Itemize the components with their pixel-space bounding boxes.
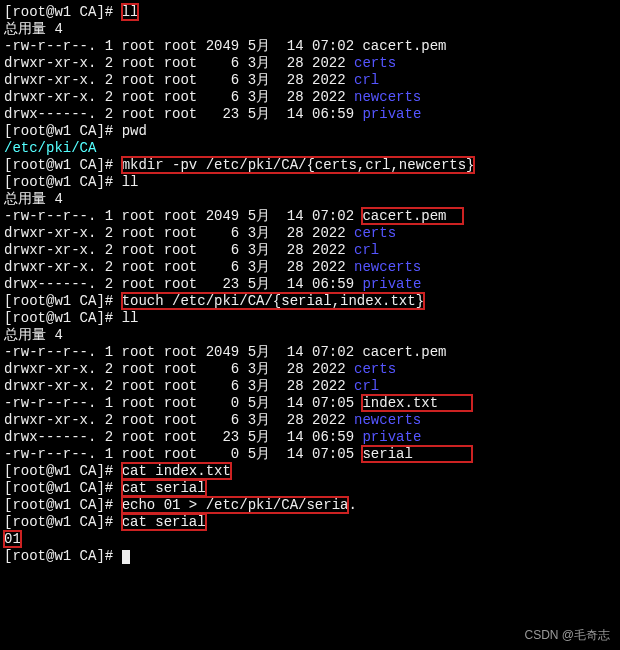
file-name: newcerts (354, 259, 421, 275)
file-name: crl (354, 242, 379, 258)
file-name: certs (354, 225, 396, 241)
shell-prompt: [root@w1 CA]# (4, 4, 122, 20)
prompt-line: [root@w1 CA]# touch /etc/pki/CA/{serial,… (4, 293, 616, 310)
shell-prompt: [root@w1 CA]# (4, 174, 122, 190)
cmd-cat-serial[interactable]: cat serial (122, 514, 206, 530)
prompt-line: [root@w1 CA]# ll (4, 4, 616, 21)
cmd-touch[interactable]: touch /etc/pki/CA/{serial,index.txt} (122, 293, 424, 309)
prompt-line: [root@w1 CA]# pwd (4, 123, 616, 140)
cmd-cat-index[interactable]: cat index.txt (122, 463, 231, 479)
prompt-line: [root@w1 CA]# echo 01 > /etc/pki/CA/seri… (4, 497, 616, 514)
file-name: private (362, 429, 421, 445)
shell-prompt: [root@w1 CA]# (4, 157, 122, 173)
file-name: newcerts (354, 89, 421, 105)
prompt-line: [root@w1 CA]# cat serial (4, 514, 616, 531)
cursor[interactable] (122, 550, 130, 564)
file-name: certs (354, 55, 396, 71)
prompt-line: [root@w1 CA]# (4, 548, 616, 565)
ls-row: drwx------. 2 root root 23 5月 14 06:59 p… (4, 429, 616, 446)
file-perms: drwxr-xr-x. 2 root root 6 3月 28 2022 (4, 55, 354, 71)
file-perms: drwx------. 2 root root 23 5月 14 06:59 (4, 276, 362, 292)
file-name: crl (354, 72, 379, 88)
file-perms: drwxr-xr-x. 2 root root 6 3月 28 2022 (4, 225, 354, 241)
file-perms: drwx------. 2 root root 23 5月 14 06:59 (4, 429, 362, 445)
command-extra: . (348, 497, 356, 513)
total-label: 总用量 4 (4, 327, 63, 343)
ls-row: drwxr-xr-x. 2 root root 6 3月 28 2022 new… (4, 412, 616, 429)
cmd-pwd[interactable]: pwd (122, 123, 147, 139)
cmd-echo-serial[interactable]: echo 01 > /etc/pki/CA/seria (122, 497, 349, 513)
prompt-line: [root@w1 CA]# cat serial (4, 480, 616, 497)
ls-row: -rw-r--r--. 1 root root 2049 5月 14 07:02… (4, 208, 616, 225)
prompt-line: [root@w1 CA]# ll (4, 174, 616, 191)
prompt-line: [root@w1 CA]# cat index.txt (4, 463, 616, 480)
file-perms: drwxr-xr-x. 2 root root 6 3月 28 2022 (4, 412, 354, 428)
file-perms: -rw-r--r--. 1 root root 2049 5月 14 07:02 (4, 38, 362, 54)
file-name: certs (354, 361, 396, 377)
shell-prompt: [root@w1 CA]# (4, 480, 122, 496)
ls-row: -rw-r--r--. 1 root root 0 5月 14 07:05 se… (4, 446, 616, 463)
serial-output: 01 (4, 531, 21, 547)
cmd-ll[interactable]: ll (122, 174, 139, 190)
shell-prompt: [root@w1 CA]# (4, 548, 122, 564)
file-perms: drwxr-xr-x. 2 root root 6 3月 28 2022 (4, 259, 354, 275)
shell-prompt: [root@w1 CA]# (4, 497, 122, 513)
ls-row: drwxr-xr-x. 2 root root 6 3月 28 2022 crl (4, 72, 616, 89)
ls-row: -rw-r--r--. 1 root root 0 5月 14 07:05 in… (4, 395, 616, 412)
ls-row: drwxr-xr-x. 2 root root 6 3月 28 2022 cer… (4, 225, 616, 242)
ls-row: drwxr-xr-x. 2 root root 6 3月 28 2022 new… (4, 89, 616, 106)
cmd-cat-serial[interactable]: cat serial (122, 480, 206, 496)
pwd-output: /etc/pki/CA (4, 140, 96, 156)
file-perms: -rw-r--r--. 1 root root 2049 5月 14 07:02 (4, 344, 362, 360)
shell-prompt: [root@w1 CA]# (4, 123, 122, 139)
ls-row: -rw-r--r--. 1 root root 2049 5月 14 07:02… (4, 344, 616, 361)
cmd-mkdir[interactable]: mkdir -pv /etc/pki/CA/{certs,crl,newcert… (122, 157, 475, 173)
ls-row: drwxr-xr-x. 2 root root 6 3月 28 2022 crl (4, 242, 616, 259)
file-perms: drwxr-xr-x. 2 root root 6 3月 28 2022 (4, 72, 354, 88)
file-perms: drwx------. 2 root root 23 5月 14 06:59 (4, 106, 362, 122)
file-name: serial (362, 446, 471, 462)
cmd-ll[interactable]: ll (122, 4, 139, 20)
file-perms: drwxr-xr-x. 2 root root 6 3月 28 2022 (4, 361, 354, 377)
ls-row: drwxr-xr-x. 2 root root 6 3月 28 2022 cer… (4, 361, 616, 378)
file-perms: -rw-r--r--. 1 root root 2049 5月 14 07:02 (4, 208, 362, 224)
total-label: 总用量 4 (4, 191, 63, 207)
ls-row: drwxr-xr-x. 2 root root 6 3月 28 2022 new… (4, 259, 616, 276)
file-name: private (362, 106, 421, 122)
shell-prompt: [root@w1 CA]# (4, 310, 122, 326)
ls-row: drwx------. 2 root root 23 5月 14 06:59 p… (4, 276, 616, 293)
terminal-output: [root@w1 CA]# ll总用量 4-rw-r--r--. 1 root … (4, 4, 616, 565)
file-perms: drwxr-xr-x. 2 root root 6 3月 28 2022 (4, 242, 354, 258)
ls-row: -rw-r--r--. 1 root root 2049 5月 14 07:02… (4, 38, 616, 55)
cmd-ll[interactable]: ll (122, 310, 139, 326)
file-perms: -rw-r--r--. 1 root root 0 5月 14 07:05 (4, 395, 362, 411)
file-name: cacert.pem (362, 208, 463, 224)
file-name: cacert.pem (362, 38, 446, 54)
file-perms: -rw-r--r--. 1 root root 0 5月 14 07:05 (4, 446, 362, 462)
prompt-line: [root@w1 CA]# mkdir -pv /etc/pki/CA/{cer… (4, 157, 616, 174)
file-name: private (362, 276, 421, 292)
shell-prompt: [root@w1 CA]# (4, 463, 122, 479)
file-perms: drwxr-xr-x. 2 root root 6 3月 28 2022 (4, 89, 354, 105)
ls-row: drwxr-xr-x. 2 root root 6 3月 28 2022 crl (4, 378, 616, 395)
shell-prompt: [root@w1 CA]# (4, 514, 122, 530)
file-name: crl (354, 378, 379, 394)
file-name: newcerts (354, 412, 421, 428)
watermark: CSDN @毛奇志 (524, 627, 610, 644)
file-name: cacert.pem (362, 344, 446, 360)
prompt-line: [root@w1 CA]# ll (4, 310, 616, 327)
file-name: index.txt (362, 395, 471, 411)
ls-row: drwx------. 2 root root 23 5月 14 06:59 p… (4, 106, 616, 123)
ls-row: drwxr-xr-x. 2 root root 6 3月 28 2022 cer… (4, 55, 616, 72)
file-perms: drwxr-xr-x. 2 root root 6 3月 28 2022 (4, 378, 354, 394)
shell-prompt: [root@w1 CA]# (4, 293, 122, 309)
total-label: 总用量 4 (4, 21, 63, 37)
